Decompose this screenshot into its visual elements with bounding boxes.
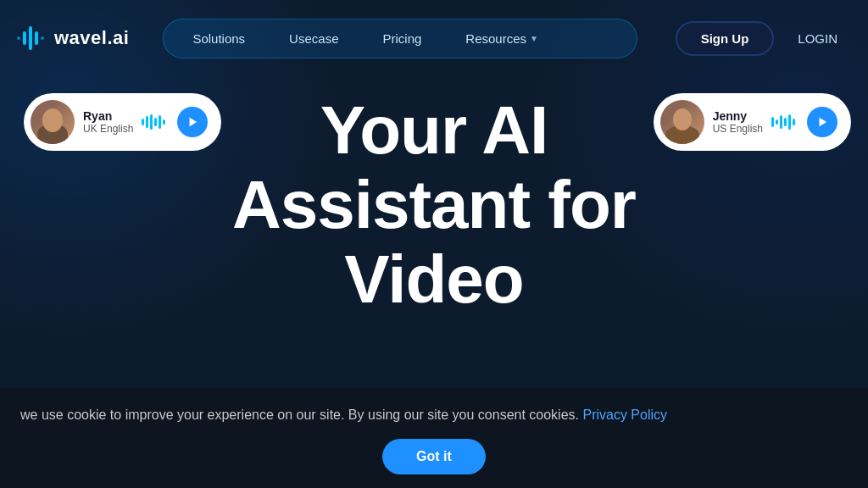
nav-pricing[interactable]: Pricing (362, 25, 442, 53)
svg-marker-5 (190, 118, 198, 127)
voice-card-jenny: Jenny US English (654, 93, 851, 151)
logo-text: wavel.ai (54, 27, 129, 49)
privacy-policy-link[interactable]: Privacy Policy (582, 408, 667, 422)
jenny-info: Jenny US English (713, 109, 763, 135)
jenny-name: Jenny (713, 109, 763, 123)
login-button[interactable]: LOGIN (784, 23, 851, 54)
ryan-lang: UK English (83, 123, 133, 135)
nav-solutions[interactable]: Solutions (172, 25, 265, 53)
navbar: wavel.ai Solutions Usecase Pricing Resou… (0, 0, 868, 76)
ryan-info: Ryan UK English (83, 109, 133, 135)
got-it-button[interactable]: Got it (382, 439, 486, 474)
cookie-message: we use cookie to improve your experience… (20, 408, 579, 422)
signup-button[interactable]: Sign Up (676, 21, 775, 56)
voice-card-ryan-inner: Ryan UK English (24, 93, 221, 151)
ryan-play-button[interactable] (177, 107, 208, 137)
nav-resources[interactable]: Resources ▼ (445, 25, 559, 53)
voice-card-jenny-inner: Jenny US English (654, 93, 851, 151)
hero-line2: Assistant for (232, 167, 636, 242)
hero-line1: Your AI (320, 92, 548, 168)
voice-card-ryan: Ryan UK English (24, 93, 221, 151)
chevron-down-icon: ▼ (530, 34, 538, 43)
nav-pill: Solutions Usecase Pricing Resources ▼ (163, 19, 637, 58)
ryan-name: Ryan (83, 109, 133, 123)
ryan-avatar (31, 100, 75, 144)
cookie-text: we use cookie to improve your experience… (20, 405, 848, 425)
nav-usecase[interactable]: Usecase (269, 25, 359, 53)
svg-rect-0 (29, 26, 32, 50)
svg-rect-1 (23, 31, 26, 45)
hero-line3: Video (344, 241, 523, 317)
logo-icon (17, 23, 47, 53)
cookie-banner: we use cookie to improve your experience… (0, 388, 868, 488)
svg-rect-2 (35, 31, 38, 45)
nav-actions: Sign Up LOGIN (676, 21, 851, 56)
jenny-play-button[interactable] (807, 107, 837, 137)
svg-rect-4 (41, 36, 44, 40)
hero-title: Your AI Assistant for Video (232, 93, 636, 317)
svg-marker-6 (820, 118, 827, 127)
ryan-waveform (142, 114, 165, 130)
logo[interactable]: wavel.ai (17, 23, 129, 53)
jenny-avatar (660, 100, 704, 144)
jenny-waveform (771, 114, 795, 130)
hero-section: Ryan UK English Your AI Assistant for Vi… (0, 76, 868, 317)
cookie-got-it-container: Got it (20, 439, 848, 474)
jenny-lang: US English (713, 123, 763, 135)
svg-rect-3 (17, 36, 20, 40)
